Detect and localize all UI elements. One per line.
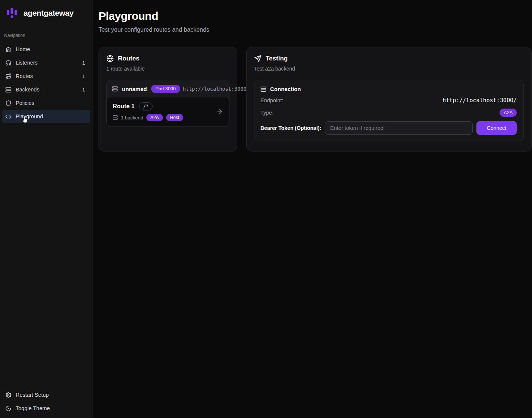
sidebar-nav: Navigation Home Listeners 1 Routes 1	[0, 26, 92, 123]
route-badge-host: Host	[166, 114, 184, 121]
connect-button[interactable]: Connect	[476, 121, 517, 135]
sidebar-item-playground[interactable]: Playground	[2, 110, 90, 123]
page-subtitle: Test your configured routes and backends	[98, 26, 532, 33]
sidebar-item-label: Policies	[16, 100, 34, 106]
backends-count: 1	[82, 87, 87, 93]
routes-card: Routes 1 route available unnamed Port 30…	[98, 47, 237, 152]
send-icon	[254, 55, 262, 62]
restart-setup-button[interactable]: Restart Setup	[2, 388, 90, 402]
sidebar-item-label: Listeners	[16, 60, 38, 66]
listener-name: unnamed	[122, 86, 147, 92]
code-icon	[5, 113, 12, 120]
sidebar-item-label: Routes	[16, 73, 33, 79]
headphones-icon	[5, 60, 12, 66]
page-title: Playground	[98, 10, 532, 22]
sidebar-item-routes[interactable]: Routes 1	[2, 69, 90, 83]
nav-section-label: Navigation	[2, 31, 90, 43]
testing-card-title: Testing	[266, 55, 288, 62]
brand: agentgateway	[0, 0, 92, 26]
testing-card-subtitle: Test a2a backend	[254, 66, 524, 72]
connection-title: Connection	[270, 86, 301, 92]
server-icon	[112, 86, 118, 92]
route-path-chip: /*	[139, 102, 153, 110]
route-backend-count: 1 backend	[121, 115, 143, 121]
endpoint-value: http://localhost:3000/	[442, 97, 517, 104]
bearer-token-row: Bearer Token (Optional): Connect	[260, 121, 517, 135]
moon-icon	[5, 405, 12, 412]
server-icon	[260, 86, 266, 92]
server-icon	[5, 87, 12, 93]
sidebar-item-label: Home	[16, 46, 30, 52]
testing-card-header: Testing	[254, 55, 524, 62]
main-content: Playground Test your configured routes a…	[93, 0, 532, 418]
type-row: Type: A2A	[260, 109, 517, 117]
sidebar-item-home[interactable]: Home	[2, 43, 90, 56]
route-badge-a2a: A2A	[146, 114, 163, 121]
home-icon	[5, 46, 12, 53]
sidebar-footer: Restart Setup Toggle Theme	[0, 386, 92, 418]
listeners-count: 1	[82, 60, 87, 66]
gear-icon	[5, 392, 12, 398]
connection-panel: Connection Endpoint: http://localhost:30…	[254, 80, 524, 141]
sidebar-item-listeners[interactable]: Listeners 1	[2, 56, 90, 69]
sidebar-item-label: Backends	[16, 87, 40, 93]
cards-grid: Routes 1 route available unnamed Port 30…	[98, 47, 532, 152]
globe-icon	[106, 55, 114, 62]
brand-title: agentgateway	[24, 9, 73, 18]
routes-count: 1	[82, 74, 87, 79]
route-icon	[5, 73, 12, 79]
route-name: Route 1	[113, 103, 135, 110]
endpoint-row: Endpoint: http://localhost:3000/	[260, 97, 517, 104]
connection-title-row: Connection	[260, 86, 517, 92]
listener-row: unnamed Port 3000 http://localhost:3000/	[107, 80, 229, 97]
bearer-token-input[interactable]	[325, 121, 473, 135]
toggle-theme-button[interactable]: Toggle Theme	[2, 402, 90, 415]
routes-card-header: Routes	[106, 55, 229, 62]
endpoint-label: Endpoint:	[260, 97, 283, 103]
type-label: Type:	[260, 110, 273, 116]
sidebar: agentgateway Navigation Home Listeners 1…	[0, 0, 93, 418]
sidebar-item-backends[interactable]: Backends 1	[2, 83, 90, 96]
type-badge: A2A	[500, 109, 517, 117]
port-badge: Port 3000	[151, 85, 180, 93]
arrow-right-icon	[216, 108, 223, 115]
routes-card-subtitle: 1 route available	[106, 66, 229, 72]
testing-card: Testing Test a2a backend Connection Endp…	[246, 47, 532, 152]
agentgateway-logo-icon	[5, 6, 19, 20]
server-icon	[113, 115, 118, 120]
listener-group: unnamed Port 3000 http://localhost:3000/…	[106, 80, 229, 127]
route-list-item[interactable]: Route 1 /* 1 backend A2A Host	[107, 97, 229, 126]
sidebar-item-policies[interactable]: Policies	[2, 96, 90, 110]
restart-setup-label: Restart Setup	[16, 392, 49, 398]
route-info: Route 1 /* 1 backend A2A Host	[113, 102, 183, 121]
listener-url: http://localhost:3000/	[183, 86, 250, 92]
shield-icon	[5, 100, 12, 106]
routes-card-title: Routes	[118, 55, 140, 62]
sidebar-item-label: Playground	[16, 113, 43, 119]
bearer-token-label: Bearer Token (Optional):	[260, 125, 321, 131]
toggle-theme-label: Toggle Theme	[16, 405, 50, 411]
